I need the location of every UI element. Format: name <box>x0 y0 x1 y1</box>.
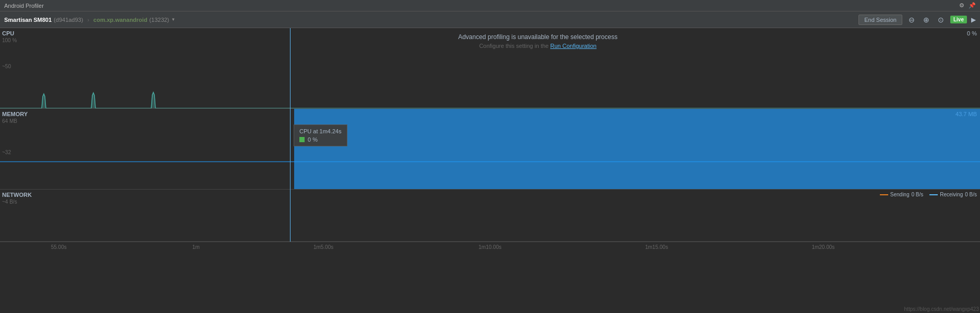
time-tick-0: 55.00s <box>51 244 67 250</box>
settings-icon[interactable]: ⚙ <box>959 2 964 9</box>
memory-section[interactable]: MEMORY 43.7 MB 64 MB ~32 <box>0 109 980 190</box>
zoom-in-button[interactable]: ⊕ <box>921 15 931 25</box>
watermark: https://blog.csdn.net/wangxp423 <box>904 306 979 312</box>
process-id: (13232) <box>149 17 169 23</box>
cpu-label: CPU <box>2 30 14 36</box>
title-bar-left: Android Profiler <box>4 3 44 9</box>
cpu-chart-svg <box>0 40 980 108</box>
network-cursor-line <box>290 190 291 242</box>
memory-chart-canvas <box>0 120 980 189</box>
process-dropdown-arrow[interactable]: ▼ <box>171 17 175 22</box>
zoom-out-button[interactable]: ⊖ <box>906 15 917 25</box>
device-selector[interactable]: Smartisan SM801 (d941ad93) <box>4 17 83 23</box>
title-bar-right: ⚙ 📌 <box>959 2 976 9</box>
title-bar: Android Profiler ⚙ 📌 <box>0 0 980 11</box>
end-session-button[interactable]: End Session <box>858 15 902 25</box>
network-label: NETWORK <box>2 192 32 198</box>
cpu-section[interactable]: CPU 0 % 100 % ~50 Advanced profiling is … <box>0 28 980 109</box>
toolbar: Smartisan SM801 (d941ad93) › com.xp.wana… <box>0 11 980 28</box>
sections-container: CPU 0 % 100 % ~50 Advanced profiling is … <box>0 28 980 303</box>
app-title: Android Profiler <box>4 3 44 9</box>
network-section[interactable]: NETWORK ~4 B/s Sending 0 B/s Receiving 0… <box>0 190 980 242</box>
sending-legend: Sending 0 B/s <box>880 192 924 197</box>
time-tick-3: 1m10.00s <box>479 244 502 250</box>
memory-label: MEMORY <box>2 111 28 117</box>
sending-value: 0 B/s <box>911 192 923 197</box>
profiler-area: CPU 0 % 100 % ~50 Advanced profiling is … <box>0 28 980 303</box>
tooltip-title: CPU at 1m4.24s <box>299 128 342 134</box>
svg-marker-0 <box>0 92 980 108</box>
cpu-chart-canvas <box>0 40 980 108</box>
separator: › <box>87 17 89 23</box>
pin-icon[interactable]: 📌 <box>969 2 976 9</box>
zoom-fit-button[interactable]: ⊙ <box>936 15 946 25</box>
sending-line-icon <box>880 194 888 195</box>
tooltip-color-box <box>299 137 305 142</box>
time-tick-1: 1m <box>192 244 200 250</box>
device-id: (d941ad93) <box>54 17 83 23</box>
process-name: com.xp.wanandroid <box>93 17 147 23</box>
device-name: Smartisan SM801 <box>4 17 52 23</box>
memory-chart-svg <box>0 120 980 189</box>
tooltip-row: 0 % <box>299 136 342 143</box>
time-tick-4: 1m15.00s <box>645 244 668 250</box>
receiving-line-icon <box>929 194 938 195</box>
time-tick-5: 1m20.00s <box>812 244 834 250</box>
time-tick-2: 1m5.00s <box>313 244 333 250</box>
cpu-value-right: 0 % <box>967 30 977 36</box>
process-selector[interactable]: com.xp.wanandroid (13232) ▼ <box>93 17 175 23</box>
play-button[interactable]: ▶ <box>971 16 976 23</box>
cpu-tooltip: CPU at 1m4.24s 0 % <box>294 124 347 146</box>
tooltip-value: 0 % <box>308 136 318 143</box>
network-legend: Sending 0 B/s Receiving 0 B/s <box>880 192 977 197</box>
receiving-value: 0 B/s <box>965 192 977 197</box>
live-badge: Live <box>950 16 967 23</box>
timeline-axis: 55.00s 1m 1m5.00s 1m10.00s 1m15.00s 1m20… <box>0 242 980 252</box>
network-y4bs: ~4 B/s <box>2 199 17 205</box>
receiving-legend: Receiving 0 B/s <box>929 192 977 197</box>
sending-label: Sending <box>890 192 910 197</box>
receiving-label: Receiving <box>940 192 963 197</box>
